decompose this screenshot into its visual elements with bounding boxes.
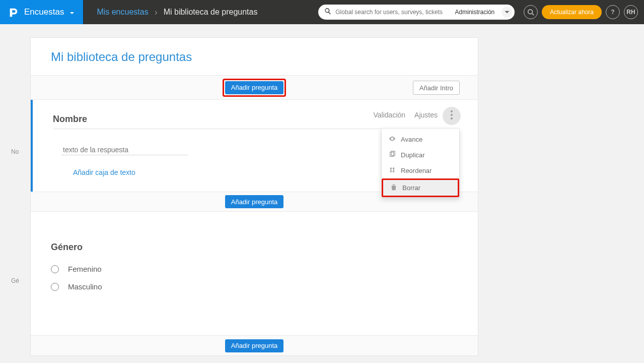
radio-icon <box>51 283 59 291</box>
option-row-femenino[interactable]: Femenino <box>51 265 458 273</box>
menu-item-preview-label: Avance <box>401 136 422 143</box>
breadcrumb: Mis encuestas › Mi biblioteca de pregunt… <box>84 7 257 18</box>
option-row-masculino[interactable]: Masculino <box>51 282 458 291</box>
option-label-femenino: Femenino <box>68 265 102 273</box>
svg-point-3 <box>451 114 453 116</box>
menu-item-duplicate[interactable]: Duplicar <box>382 147 459 163</box>
trash-icon <box>390 184 397 192</box>
copy-icon <box>389 151 396 159</box>
top-action-bar: Añadir pregunta Añadir Intro <box>31 76 478 100</box>
global-search[interactable]: Administración <box>318 5 515 20</box>
library-card: Mi biblioteca de preguntas Añadir pregun… <box>30 37 478 356</box>
question-more-menu: Avance Duplicar Reordenar Borrar <box>381 128 460 198</box>
breadcrumb-link-my-surveys[interactable]: Mis encuestas <box>97 8 148 17</box>
menu-item-duplicate-label: Duplicar <box>401 151 425 159</box>
upgrade-label: Actualizar ahora <box>550 9 594 16</box>
menu-item-reorder[interactable]: Reordenar <box>382 163 459 178</box>
question-type-tag-1: No <box>11 148 19 155</box>
breadcrumb-current: Mi biblioteca de preguntas <box>164 8 258 17</box>
bottom-action-bar: Añadir pregunta <box>31 335 478 355</box>
svg-line-1 <box>532 14 534 16</box>
chevron-right-icon: › <box>155 7 158 18</box>
add-question-button-bottom[interactable]: Añadir pregunta <box>225 339 284 352</box>
question-card-nombre: Validación Ajustes Avance Duplicar <box>31 100 478 192</box>
svg-point-4 <box>451 117 453 119</box>
question-title-genero[interactable]: Género <box>51 242 458 253</box>
add-question-button-top[interactable]: Añadir pregunta <box>225 81 284 94</box>
global-search-input[interactable] <box>334 8 449 16</box>
question-card-genero: Género Femenino Masculino <box>31 212 478 335</box>
card-header: Mi biblioteca de preguntas <box>31 38 478 76</box>
dots-vertical-icon <box>451 110 453 122</box>
top-bar: Encuestas Mis encuestas › Mi biblioteca … <box>0 0 644 24</box>
upgrade-button[interactable]: Actualizar ahora <box>542 5 602 19</box>
tab-settings[interactable]: Ajustes <box>414 111 438 119</box>
search-icon <box>324 8 331 17</box>
page: No Gé Mi biblioteca de preguntas Añadir … <box>0 24 644 356</box>
user-avatar[interactable]: RH <box>624 5 638 19</box>
search-scope-caret[interactable] <box>502 7 513 18</box>
caret-down-icon <box>69 9 75 15</box>
eye-icon <box>389 135 396 144</box>
page-title: Mi biblioteca de preguntas <box>51 50 458 64</box>
search-scope-label[interactable]: Administración <box>452 7 498 18</box>
brand-logo-icon <box>8 7 19 18</box>
question-tabs: Validación Ajustes <box>374 111 438 119</box>
menu-item-preview[interactable]: Avance <box>382 132 459 147</box>
menu-item-reorder-label: Reordenar <box>401 167 432 174</box>
svg-point-2 <box>451 110 453 112</box>
question-type-tag-2: Gé <box>11 277 19 284</box>
add-intro-button[interactable]: Añadir Intro <box>413 81 460 95</box>
user-initials: RH <box>626 9 635 16</box>
svg-point-0 <box>528 10 533 14</box>
answer-text-input[interactable] <box>62 144 188 155</box>
question-more-button[interactable] <box>443 107 461 125</box>
help-button[interactable]: ? <box>606 5 620 19</box>
menu-item-delete[interactable]: Borrar <box>383 180 458 196</box>
option-label-masculino: Masculino <box>68 282 102 291</box>
highlight-delete: Borrar <box>382 178 459 197</box>
menu-item-delete-label: Borrar <box>402 184 420 192</box>
radio-icon <box>51 265 59 273</box>
highlight-add-question: Añadir pregunta <box>223 79 287 97</box>
add-question-button-mid[interactable]: Añadir pregunta <box>225 195 284 208</box>
reorder-icon <box>389 166 396 175</box>
help-icon: ? <box>611 9 614 16</box>
secondary-search-button[interactable] <box>524 5 538 19</box>
tab-validation[interactable]: Validación <box>374 111 406 119</box>
brand-label: Encuestas <box>24 7 64 17</box>
brand-menu[interactable]: Encuestas <box>0 0 84 24</box>
